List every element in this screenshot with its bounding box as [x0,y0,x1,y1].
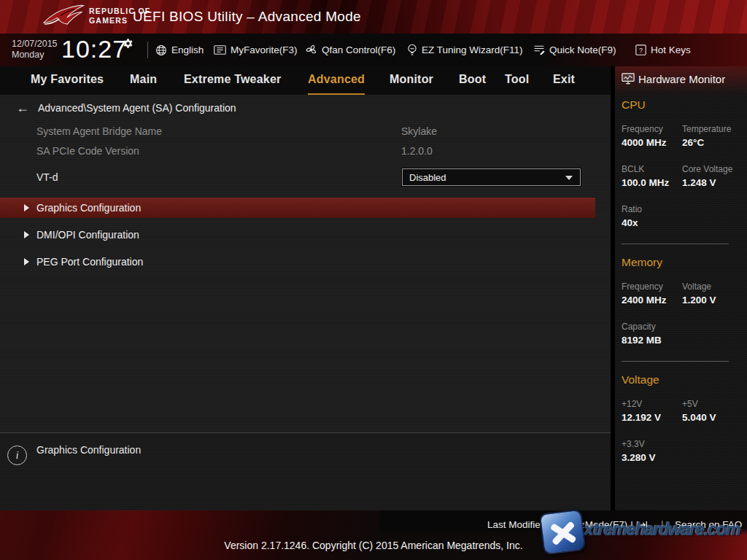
ez-tuning-label: EZ Tuning Wizard(F11) [422,44,523,55]
menu-item-graphics-configuration[interactable]: Graphics Configuration [0,198,595,218]
quick-note-button[interactable]: Quick Note(F9) [533,34,616,66]
group-header-cpu: CPU [622,98,646,112]
rog-logo-icon [42,3,85,30]
metric-label: Voltage [682,281,711,292]
list-icon [214,44,226,55]
metric-value: 1.248 V [682,177,716,188]
tab-exit[interactable]: Exit [553,66,575,95]
metric-label: Frequency [622,281,663,292]
quick-note-label: Quick Note(F9) [549,44,616,55]
metric-value: 2400 MHz [622,295,667,306]
vtd-dropdown-value: Disabled [409,172,446,183]
globe-icon [155,44,167,56]
metric-value: 3.280 V [622,452,656,463]
metric-label: Frequency [622,124,663,134]
language-label: English [171,44,204,55]
bios-version-text: Version 2.17.1246. Copyright (C) 2015 Am… [0,540,747,551]
watermark-logo [539,509,587,556]
metric-value: 26°C [682,137,704,148]
tab-advanced[interactable]: Advanced [308,66,365,95]
help-text: Graphics Configuration [36,444,141,456]
info-icon: i [7,446,27,465]
metric-value: 40x [622,217,638,228]
qfan-button[interactable]: Qfan Control(F6) [305,34,395,66]
tab-bar: My Favorites Main Extreme Tweaker Advanc… [0,66,611,95]
page-title: UEFI BIOS Utility – Advanced Mode [133,9,361,25]
metric-label: BCLK [622,164,644,174]
language-button[interactable]: English [155,34,204,66]
metric-value: 4000 MHz [622,137,667,148]
top-header: REPUBLIC OF GAMERS UEFI BIOS Utility – A… [0,0,747,34]
submenu-arrow-icon [24,231,29,238]
hardware-monitor-sidebar: Hardware Monitor CPU Frequency Temperatu… [615,66,747,510]
bulb-icon [407,44,417,56]
note-icon [533,44,545,55]
hot-keys-label: Hot Keys [651,44,691,55]
qfan-label: Qfan Control(F6) [322,44,395,55]
submenu-arrow-icon [24,258,29,265]
back-arrow-icon[interactable]: ← [16,101,29,115]
breadcrumb: ← Advanced\System Agent (SA) Configurati… [16,101,236,115]
watermark-text: xtremehardware.com [584,520,740,540]
toolbar-divider [147,42,148,58]
submenu-arrow-icon [24,204,29,211]
setting-value: 1.2.0.0 [401,145,433,157]
myfavorite-button[interactable]: MyFavorite(F3) [214,34,298,66]
myfavorite-label: MyFavorite(F3) [231,44,298,55]
settings-panel: ← Advanced\System Agent (SA) Configurati… [0,95,611,432]
metric-label: +5V [682,399,698,409]
monitor-icon [622,73,635,85]
breadcrumb-label: Advanced\System Agent (SA) Configuration [38,102,236,114]
setting-label: SA PCIe Code Version [36,145,139,157]
metric-label: Capacity [622,322,656,332]
metric-label: Core Voltage [682,164,732,174]
tab-monitor[interactable]: Monitor [390,66,433,95]
menu-item-peg-port-configuration[interactable]: PEG Port Configuration [0,252,595,272]
tab-tool[interactable]: Tool [505,66,529,95]
vtd-dropdown[interactable]: Disabled [402,168,581,186]
main-column: My Favorites Main Extreme Tweaker Advanc… [0,66,611,510]
question-icon: ? [635,44,646,55]
gear-icon[interactable] [123,38,133,49]
setting-label: System Agent Bridge Name [36,125,162,137]
metric-label: Temperature [682,124,731,134]
metric-value: 5.040 V [682,412,716,423]
help-panel: i Graphics Configuration [0,432,611,510]
vtd-label: VT-d [36,171,58,183]
tab-my-favorites[interactable]: My Favorites [31,66,104,95]
metric-label: +12V [622,399,642,409]
metric-value: 1.200 V [682,295,716,306]
metric-value: 12.192 V [622,412,661,423]
metric-value: 100.0 MHz [622,177,669,188]
hot-keys-button[interactable]: ? Hot Keys [635,34,691,66]
tab-boot[interactable]: Boot [459,66,486,95]
metric-label: +3.3V [622,439,645,449]
last-modified-button[interactable]: Last Modified [487,519,546,530]
tab-extreme-tweaker[interactable]: Extreme Tweaker [184,66,281,95]
toolbar: 12/07/2015 Monday 10:27 English MyFavori… [0,34,747,66]
ez-tuning-button[interactable]: EZ Tuning Wizard(F11) [407,34,523,66]
clock-text: 10:27 [61,35,127,63]
tab-main[interactable]: Main [130,66,157,95]
sidebar-divider [622,244,729,244]
chevron-down-icon [565,176,573,180]
hardware-monitor-title: Hardware Monitor [622,73,725,85]
datetime: 12/07/2015 Monday [12,39,58,61]
date-text: 12/07/2015 [12,39,58,50]
fan-icon [305,44,317,56]
svg-text:?: ? [639,47,643,54]
sidebar-divider [622,361,729,362]
metric-label: Ratio [622,204,642,214]
group-header-memory: Memory [622,256,662,269]
group-header-voltage: Voltage [622,373,659,386]
setting-value: Skylake [401,125,437,137]
day-text: Monday [12,50,58,61]
menu-item-dmi-opi-configuration[interactable]: DMI/OPI Configuration [0,225,595,245]
metric-value: 8192 MB [622,335,662,346]
